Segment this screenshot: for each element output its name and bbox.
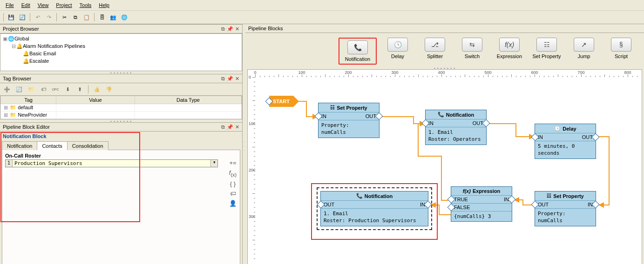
phone-icon: 📞: [347, 40, 368, 54]
palette-set-property[interactable]: ☷Set Property: [530, 38, 563, 65]
roster-index: 1: [6, 160, 13, 167]
menu-view[interactable]: View: [34, 2, 53, 8]
menu-bar: File Edit View Project Tools Help: [0, 0, 644, 11]
list-icon: ☷: [547, 193, 551, 199]
tag-browser-label: Tag Browser: [3, 76, 31, 81]
close-icon-2[interactable]: ✕: [235, 76, 239, 82]
tree-alarm[interactable]: Alarm Notification Pipelines: [23, 43, 85, 49]
pin-icon[interactable]: 📌: [227, 26, 233, 32]
fx-icon[interactable]: f(x): [229, 169, 237, 178]
project-tree[interactable]: ▣ 🌐 Global ⊟ 🔔 Alarm Notification Pipeli…: [0, 33, 242, 71]
tab-notification[interactable]: Notification: [2, 141, 37, 150]
palette-script[interactable]: §Script: [605, 38, 637, 65]
list-icon: ☷: [330, 105, 335, 111]
thumb-up-icon[interactable]: 👍: [92, 84, 102, 94]
table-row[interactable]: ⊞ 📁 NewProvider: [1, 112, 242, 119]
tree-basic-email[interactable]: Basic Email: [29, 51, 56, 56]
jump-icon: ↗: [574, 38, 594, 52]
notification-block-1[interactable]: 📞Notification INOUT 1. EmailRoster: Oper…: [425, 110, 487, 145]
tab-consolidation[interactable]: Consolidation: [67, 141, 108, 150]
thumb-down-icon[interactable]: 👎: [104, 84, 114, 94]
menu-project[interactable]: Project: [52, 2, 75, 8]
db-icon[interactable]: 🗄: [97, 12, 107, 22]
dock-icon-2[interactable]: ⧉: [221, 76, 225, 82]
tag-refresh-icon[interactable]: 🔄: [14, 84, 24, 94]
pipeline-blocks-title: Pipeline Blocks: [245, 24, 644, 33]
refresh-icon[interactable]: 🔄: [17, 12, 27, 22]
expression-tools: += f(x) { } 🏷 👤: [229, 159, 237, 207]
switch-icon: ⇆: [462, 38, 482, 52]
undo-icon[interactable]: ↶: [33, 12, 43, 22]
tree-escalate[interactable]: Escalate: [29, 58, 49, 64]
pipeline-canvas[interactable]: START ☷Set Property INOUT Property: numC…: [255, 77, 642, 264]
editor-subtitle: Notification Block: [0, 132, 242, 141]
opc-icon[interactable]: OPC: [50, 84, 61, 94]
close-icon-3[interactable]: ✕: [235, 124, 239, 130]
script-icon: §: [611, 38, 631, 52]
set-property-block-2[interactable]: ☷Set Property OUTIN Property: numCalls: [535, 191, 596, 226]
col-type[interactable]: Data Type: [135, 96, 242, 104]
roster-field[interactable]: 1 Production Supervisors ▾: [5, 159, 218, 167]
clock-icon: 🕓: [387, 38, 408, 52]
table-row[interactable]: ⊞ 📁 default: [1, 104, 242, 112]
braces-icon[interactable]: { }: [230, 180, 236, 187]
col-value[interactable]: Value: [56, 96, 135, 104]
set-property-block-1[interactable]: ☷Set Property INOUT Property: numCalls: [318, 103, 380, 138]
palette-jump[interactable]: ↗Jump: [568, 38, 600, 65]
tag-icon[interactable]: 🏷: [38, 84, 48, 94]
project-browser-title: Project Browser ⧉📌✕: [0, 24, 242, 33]
menu-help[interactable]: Help: [95, 2, 113, 8]
ruler-horizontal: 0100200300400500600700800: [255, 70, 642, 78]
folder-icon[interactable]: 📁: [26, 84, 36, 94]
palette-expression[interactable]: f(x)Expression: [493, 38, 526, 65]
globe-icon[interactable]: 🌐: [119, 12, 129, 22]
palette-notification[interactable]: 📞Notification: [339, 38, 377, 65]
clock-icon: 🕓: [554, 125, 561, 132]
wires: [255, 77, 642, 264]
menu-edit[interactable]: Edit: [18, 2, 34, 8]
palette-delay[interactable]: 🕓Delay: [381, 38, 414, 65]
notification-block-2[interactable]: 📞Notification OUTIN 1. EmailRoster: Prod…: [320, 191, 428, 226]
phone-icon: 📞: [356, 193, 363, 199]
tag-browser-title: Tag Browser ⧉📌✕: [0, 74, 242, 83]
copy-icon[interactable]: ⧉: [70, 12, 81, 22]
col-tag[interactable]: Tag: [1, 96, 56, 104]
main-toolbar: 💾 🔄 ↶ ↷ ✂ ⧉ 📋 🗄 👥 🌐: [0, 11, 644, 24]
menu-file[interactable]: File: [2, 2, 18, 8]
editor-tabs: Notification Contacts Consolidation: [2, 141, 240, 150]
export-icon[interactable]: ⬆: [75, 84, 85, 94]
start-block[interactable]: START: [269, 96, 293, 107]
fx-icon: f(x): [499, 38, 520, 52]
tag-toolbar: ➕ 🔄 📁 🏷 OPC ⬇ ⬆ 👍 👎: [0, 83, 242, 95]
user-icon[interactable]: 👤: [229, 200, 237, 207]
pipeline-blocks-label: Pipeline Blocks: [248, 26, 283, 31]
tag-table[interactable]: Tag Value Data Type ⊞ 📁 default ⊞ 📁 NewP…: [0, 95, 242, 119]
import-icon[interactable]: ⬇: [62, 84, 73, 94]
operator-icon[interactable]: +=: [229, 159, 236, 166]
pin-icon-2[interactable]: 📌: [227, 76, 233, 82]
save-icon[interactable]: 💾: [6, 12, 16, 22]
close-icon[interactable]: ✕: [235, 26, 239, 32]
pin-icon-3[interactable]: 📌: [227, 124, 233, 130]
tag-add-icon[interactable]: ➕: [2, 84, 12, 94]
ruler-vertical: 0100200300: [248, 77, 256, 264]
tab-contacts[interactable]: Contacts: [37, 141, 67, 150]
delay-block[interactable]: 🕓Delay INOUT 5 minutes, 0 seconds: [535, 124, 596, 159]
dock-icon[interactable]: ⧉: [221, 26, 225, 32]
cut-icon[interactable]: ✂: [59, 12, 69, 22]
dock-icon-3[interactable]: ⧉: [221, 124, 225, 130]
tag-bind-icon[interactable]: 🏷: [230, 190, 236, 197]
tree-global[interactable]: Global: [14, 36, 29, 41]
expression-block[interactable]: f(x)Expression TRUEIN FALSE {numCalls} 3: [451, 186, 512, 222]
palette-switch[interactable]: ⇆Switch: [456, 38, 488, 65]
roster-dropdown-icon[interactable]: ▾: [210, 160, 217, 167]
redo-icon[interactable]: ↷: [44, 12, 54, 22]
users-icon[interactable]: 👥: [108, 12, 118, 22]
canvas-wrap: 0100200300400500600700800 0100200300 STA…: [247, 69, 642, 264]
roster-label: On-Call Roster: [5, 153, 237, 159]
list-icon: ☷: [536, 38, 557, 52]
palette-splitter[interactable]: ⎇Splitter: [419, 38, 451, 65]
menu-tools[interactable]: Tools: [76, 2, 95, 8]
paste-icon[interactable]: 📋: [81, 12, 92, 22]
roster-value[interactable]: Production Supervisors: [13, 160, 210, 167]
